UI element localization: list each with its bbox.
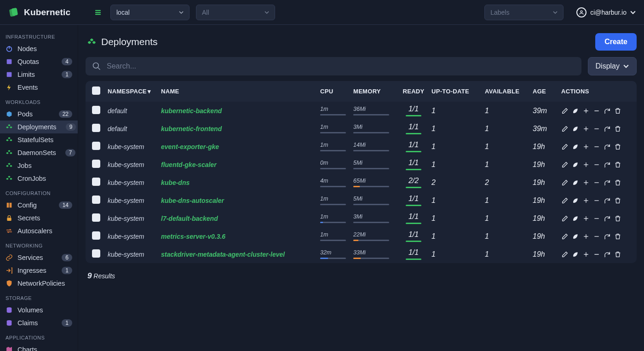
deployment-link[interactable]: kube-dns-autoscaler	[161, 197, 224, 204]
col-age[interactable]: AGE	[533, 88, 561, 95]
sidebar-item-config[interactable]: Config14	[0, 199, 78, 212]
sidebar-item-statefulsets[interactable]: StatefulSets	[0, 133, 78, 146]
edit-icon[interactable]	[561, 215, 569, 222]
minus-icon[interactable]	[593, 143, 600, 150]
plus-icon[interactable]	[582, 197, 590, 204]
rocket-icon[interactable]	[572, 125, 579, 132]
rocket-icon[interactable]	[572, 161, 579, 168]
trash-icon[interactable]	[614, 251, 621, 258]
row-checkbox[interactable]	[92, 196, 100, 204]
col-uptodate[interactable]: UP-TO-DATE	[431, 88, 485, 95]
sidebar-item-daemonsets[interactable]: DaemonSets7	[0, 146, 78, 159]
sidebar-item-charts[interactable]: Charts	[0, 343, 78, 351]
refresh-icon[interactable]	[604, 215, 611, 222]
row-checkbox[interactable]	[92, 178, 100, 186]
refresh-icon[interactable]	[604, 161, 611, 168]
minus-icon[interactable]	[593, 125, 600, 132]
select-all-checkbox[interactable]	[92, 86, 100, 95]
row-checkbox[interactable]	[92, 231, 100, 240]
sidebar-item-deployments[interactable]: Deployments9	[0, 121, 78, 133]
user-menu[interactable]: ci@harbur.io	[576, 7, 636, 17]
plus-icon[interactable]	[582, 125, 590, 132]
plus-icon[interactable]	[582, 233, 590, 240]
col-available[interactable]: AVAILABLE	[485, 88, 533, 95]
trash-icon[interactable]	[614, 233, 621, 240]
labels-select[interactable]: Labels	[484, 5, 564, 20]
trash-icon[interactable]	[614, 197, 621, 204]
refresh-icon[interactable]	[604, 179, 611, 186]
deployment-link[interactable]: stackdriver-metadata-agent-cluster-level	[161, 251, 285, 258]
rocket-icon[interactable]	[572, 107, 579, 115]
rocket-icon[interactable]	[572, 251, 579, 258]
plus-icon[interactable]	[582, 215, 590, 222]
create-button[interactable]: Create	[595, 33, 637, 51]
rocket-icon[interactable]	[572, 179, 579, 186]
trash-icon[interactable]	[614, 143, 621, 150]
minus-icon[interactable]	[593, 179, 600, 186]
trash-icon[interactable]	[614, 125, 621, 132]
refresh-icon[interactable]	[604, 143, 611, 150]
edit-icon[interactable]	[561, 197, 569, 204]
col-namespace[interactable]: NAMESPACE▾	[108, 88, 161, 95]
refresh-icon[interactable]	[604, 233, 611, 240]
deployment-link[interactable]: l7-default-backend	[161, 215, 218, 222]
minus-icon[interactable]	[593, 251, 600, 258]
sidebar-item-ingresses[interactable]: Ingresses1	[0, 264, 78, 277]
context-icon[interactable]	[94, 8, 102, 17]
refresh-icon[interactable]	[604, 251, 611, 258]
namespace-select[interactable]: All	[196, 5, 275, 20]
search-input[interactable]	[106, 62, 575, 71]
col-ready[interactable]: READY	[396, 88, 431, 95]
row-checkbox[interactable]	[92, 213, 100, 222]
col-cpu[interactable]: CPU	[320, 88, 353, 95]
sidebar-item-quotas[interactable]: Quotas4	[0, 55, 78, 68]
minus-icon[interactable]	[593, 233, 600, 240]
minus-icon[interactable]	[593, 161, 600, 168]
refresh-icon[interactable]	[604, 197, 611, 204]
sidebar-item-events[interactable]: Events	[0, 81, 78, 94]
sidebar-item-autoscalers[interactable]: Autoscalers	[0, 224, 78, 237]
edit-icon[interactable]	[561, 161, 569, 168]
search-box[interactable]	[86, 57, 581, 75]
trash-icon[interactable]	[614, 161, 621, 168]
plus-icon[interactable]	[582, 161, 590, 168]
deployment-link[interactable]: kube-dns	[161, 179, 190, 186]
plus-icon[interactable]	[582, 107, 590, 115]
rocket-icon[interactable]	[572, 143, 579, 150]
deployment-link[interactable]: fluentd-gke-scaler	[161, 161, 217, 168]
display-dropdown[interactable]: Display	[588, 57, 637, 75]
sidebar-item-claims[interactable]: Claims1	[0, 316, 78, 329]
refresh-icon[interactable]	[604, 107, 611, 115]
edit-icon[interactable]	[561, 143, 569, 150]
rocket-icon[interactable]	[572, 197, 579, 204]
rocket-icon[interactable]	[572, 233, 579, 240]
row-checkbox[interactable]	[92, 249, 100, 258]
context-select[interactable]: local	[110, 5, 190, 20]
deployment-link[interactable]: kubernetic-frontend	[161, 125, 222, 132]
plus-icon[interactable]	[582, 179, 590, 186]
edit-icon[interactable]	[561, 107, 569, 115]
minus-icon[interactable]	[593, 107, 600, 115]
sidebar-item-limits[interactable]: Limits1	[0, 68, 78, 81]
sidebar-item-secrets[interactable]: Secrets	[0, 212, 78, 224]
edit-icon[interactable]	[561, 125, 569, 132]
sidebar-item-networkpolicies[interactable]: NetworkPolicies	[0, 277, 78, 290]
row-checkbox[interactable]	[92, 142, 100, 150]
sidebar-item-volumes[interactable]: Volumes	[0, 304, 78, 316]
edit-icon[interactable]	[561, 233, 569, 240]
row-checkbox[interactable]	[92, 160, 100, 168]
sidebar-item-services[interactable]: Services6	[0, 251, 78, 264]
edit-icon[interactable]	[561, 251, 569, 258]
plus-icon[interactable]	[582, 143, 590, 150]
minus-icon[interactable]	[593, 197, 600, 204]
col-memory[interactable]: MEMORY	[353, 88, 396, 95]
row-checkbox[interactable]	[92, 106, 100, 114]
sidebar-item-cronjobs[interactable]: CronJobs	[0, 172, 78, 185]
plus-icon[interactable]	[582, 251, 590, 258]
row-checkbox[interactable]	[92, 124, 100, 132]
deployment-link[interactable]: event-exporter-gke	[161, 143, 219, 150]
deployment-link[interactable]: metrics-server-v0.3.6	[161, 233, 225, 240]
trash-icon[interactable]	[614, 215, 621, 222]
col-name[interactable]: NAME	[161, 88, 320, 95]
trash-icon[interactable]	[614, 179, 621, 186]
